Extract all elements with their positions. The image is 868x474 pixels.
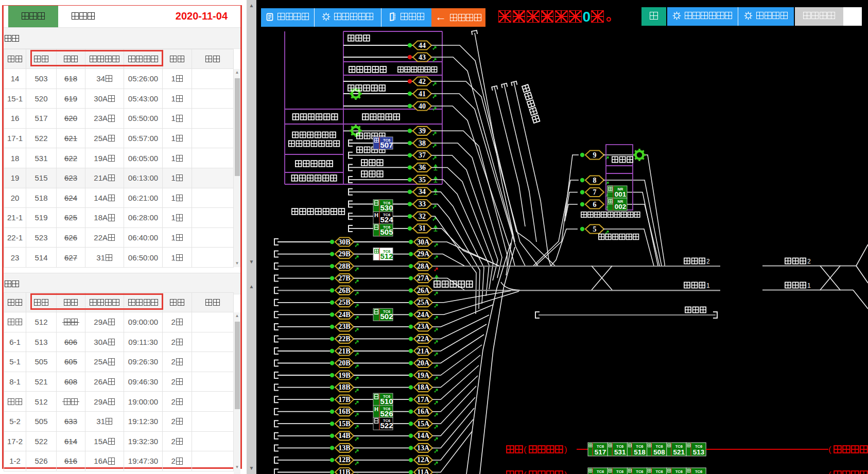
svg-text:11A: 11A [417,468,429,474]
svg-text:H: H [374,406,378,412]
svg-text:30B: 30B [338,238,350,246]
svg-text:20A: 20A [417,359,430,367]
svg-text:(: ( [828,470,831,474]
svg-text:508: 508 [653,448,665,456]
svg-text:38: 38 [419,139,426,147]
svg-text:15A: 15A [417,420,430,428]
svg-text:): ) [564,470,567,474]
svg-text:526: 526 [380,409,393,418]
svg-text:28A: 28A [417,262,430,270]
svg-text:41: 41 [419,90,426,98]
svg-text:TC6: TC6 [675,469,683,474]
svg-text:14B: 14B [338,432,350,440]
svg-text:(: ( [828,445,831,454]
svg-text:39: 39 [419,127,426,135]
svg-text:531: 531 [614,448,626,456]
svg-text:1: 1 [807,282,811,289]
svg-text:H: H [374,212,378,218]
svg-text:35: 35 [419,176,426,184]
svg-text:002: 002 [615,203,627,210]
svg-text:TC6: TC6 [656,469,663,474]
svg-text:8: 8 [593,177,597,184]
svg-text:505: 505 [380,227,393,236]
svg-text:25B: 25B [338,299,350,306]
svg-text:23B: 23B [338,323,350,330]
svg-text:30A: 30A [417,238,430,246]
svg-text:TC6: TC6 [695,469,702,474]
svg-text:44: 44 [419,42,426,49]
svg-text:31: 31 [419,224,426,232]
svg-text:21B: 21B [338,347,350,355]
svg-text:12A: 12A [417,456,430,464]
svg-text:27A: 27A [417,274,430,282]
svg-text:2: 2 [706,258,710,265]
svg-text:16B: 16B [338,408,350,415]
svg-text:513: 513 [693,448,705,456]
svg-text:12B: 12B [338,456,350,464]
svg-text:(: ( [524,445,527,454]
svg-text:TC6: TC6 [616,469,623,474]
svg-text:TC6: TC6 [636,469,643,474]
svg-text:): ) [564,445,567,454]
svg-text:5: 5 [593,225,597,233]
svg-text:24B: 24B [338,311,350,319]
svg-text:24A: 24A [417,311,430,319]
svg-text:17B: 17B [338,396,350,403]
svg-text:530: 530 [380,203,393,212]
svg-text:512: 512 [380,252,393,260]
svg-text:522: 522 [380,421,393,430]
svg-text:521: 521 [673,448,685,456]
svg-text:27B: 27B [338,274,350,282]
svg-text:18B: 18B [338,383,350,391]
svg-text:9: 9 [593,151,597,159]
svg-text:6: 6 [593,201,597,208]
svg-text:18A: 18A [417,383,430,391]
svg-text:22B: 22B [338,335,350,343]
svg-text:001: 001 [615,190,627,198]
svg-text:26A: 26A [417,287,430,294]
svg-text:11B: 11B [339,468,351,474]
svg-text:19B: 19B [338,372,350,379]
svg-text:502: 502 [380,312,393,321]
svg-text:TC6: TC6 [597,469,604,474]
svg-text:15B: 15B [338,420,350,428]
svg-text:25A: 25A [417,299,430,306]
svg-text:7: 7 [593,188,597,196]
svg-text:510: 510 [380,397,393,406]
svg-text:33: 33 [419,200,426,208]
svg-text:507: 507 [380,141,393,149]
svg-text:29B: 29B [338,250,350,258]
svg-text:36: 36 [419,164,426,171]
svg-text:40: 40 [419,102,426,110]
svg-text:524: 524 [380,215,393,224]
svg-text:42: 42 [419,78,426,85]
svg-text:22A: 22A [417,335,430,343]
svg-text:17A: 17A [417,396,430,403]
svg-text:37: 37 [419,151,426,159]
svg-text:13A: 13A [417,444,430,452]
svg-text:1: 1 [706,282,710,289]
svg-text:21A: 21A [417,347,430,355]
svg-text:19A: 19A [417,372,430,379]
svg-text:517: 517 [595,448,606,456]
svg-text:28B: 28B [338,262,350,270]
svg-text:23A: 23A [417,323,430,330]
svg-text:32: 32 [419,213,426,220]
svg-text:16A: 16A [417,408,430,415]
svg-text:2: 2 [807,258,811,265]
svg-text:13B: 13B [338,444,350,452]
svg-text:(: ( [524,470,527,474]
svg-text:34: 34 [419,188,426,196]
svg-text:14A: 14A [417,432,430,440]
svg-text:43: 43 [419,54,426,61]
svg-text:518: 518 [634,448,646,456]
svg-text:26B: 26B [338,287,350,294]
svg-text:20B: 20B [338,359,350,367]
svg-text:29A: 29A [417,250,430,258]
